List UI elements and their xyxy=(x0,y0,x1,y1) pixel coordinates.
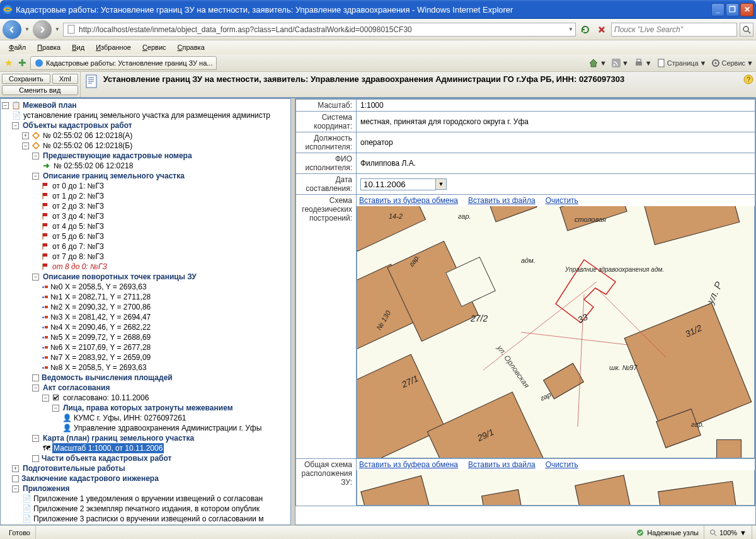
tree-toggle[interactable]: − xyxy=(52,405,59,412)
tree-item[interactable]: Описание границ земельного участка xyxy=(42,171,186,181)
tree-item[interactable]: №7 X = 2083,92, Y = 2659,09 xyxy=(49,352,152,362)
input-position[interactable] xyxy=(360,138,751,147)
link-insert-clipboard[interactable]: Вставить из буфера обмена xyxy=(359,196,458,205)
status-zoom[interactable]: 100% ▼ xyxy=(704,526,752,539)
tree-item[interactable]: Лица, права которых затронуты межеванием xyxy=(62,403,234,413)
tree-item[interactable]: установление границ земельного участка д… xyxy=(22,110,272,120)
search-input[interactable] xyxy=(612,25,736,34)
link-insert-file[interactable]: Вставить из файла xyxy=(468,196,536,205)
add-favorites-icon[interactable]: ✚ xyxy=(16,57,28,69)
browser-tab[interactable]: Кадастровые работы: Установление границ … xyxy=(30,56,217,70)
tree-item[interactable]: от 5 до 6: №ГЗ xyxy=(51,231,105,241)
tree-item[interactable]: от 4 до 5: №ГЗ xyxy=(51,221,105,231)
tree-toggle[interactable]: − xyxy=(2,102,9,109)
tree-item[interactable]: Акт согласования xyxy=(42,383,111,393)
tree-item[interactable]: №6 X = 2107,69, Y = 2677,28 xyxy=(49,342,152,352)
xml-button[interactable]: Xml xyxy=(52,74,78,84)
tree-toggle[interactable]: − xyxy=(12,122,19,129)
minimize-button[interactable]: _ xyxy=(711,3,724,16)
input-date[interactable] xyxy=(360,178,436,190)
print-button[interactable]: ▼ xyxy=(634,58,652,68)
tree-item[interactable]: Приложение 3 расписки о вручении извещен… xyxy=(32,514,265,524)
tree-toggle[interactable]: − xyxy=(32,435,39,442)
tree-toggle[interactable]: − xyxy=(12,485,19,492)
help-icon[interactable]: ? xyxy=(741,72,756,88)
tree-item[interactable]: №4 X = 2090,46, Y = 2682,22 xyxy=(49,322,152,332)
save-button[interactable]: Сохранить xyxy=(2,74,50,84)
date-picker-button[interactable]: ▼ xyxy=(435,178,447,190)
tree-item[interactable]: №5 X = 2099,72, Y = 2688,69 xyxy=(49,332,152,342)
feeds-button[interactable]: ▼ xyxy=(612,59,629,67)
tree-item[interactable]: от 7 до 8: №ГЗ xyxy=(51,252,105,262)
maximize-button[interactable]: ❐ xyxy=(726,3,739,16)
tree-item[interactable]: №8 X = 2058,5, Y = 2693,63 xyxy=(49,362,148,373)
tree-item[interactable]: Карта (план) границ земельного участка xyxy=(42,433,195,443)
stop-button[interactable] xyxy=(595,23,609,37)
tree-item[interactable]: от 6 до 7: №ГЗ xyxy=(51,241,105,252)
tree-item[interactable]: КУМС г. Уфы, ИНН: 0276097261 xyxy=(72,413,187,423)
tree-item[interactable]: Описание поворотных точек границы ЗУ xyxy=(42,272,198,282)
tree-toggle[interactable]: + xyxy=(22,132,29,139)
tree-toggle[interactable]: − xyxy=(22,142,29,149)
link-insert-file-2[interactable]: Вставить из файла xyxy=(468,460,536,469)
page-button[interactable]: Страница ▼ xyxy=(657,59,707,67)
menu-edit[interactable]: Правка xyxy=(32,42,66,52)
tree-item[interactable]: №2 X = 2090,32, Y = 2700,86 xyxy=(49,302,152,312)
tree-toggle[interactable]: − xyxy=(32,173,39,180)
nav-forward-dropdown[interactable]: ▼ xyxy=(54,26,60,32)
tree-item[interactable]: № 02:55:02 06 12:0218 xyxy=(52,161,134,171)
link-clear[interactable]: Очистить xyxy=(546,196,578,205)
tree-root[interactable]: Межевой план xyxy=(21,100,78,110)
tree-item[interactable]: от 0 до 1: №ГЗ xyxy=(51,181,105,191)
menu-view[interactable]: Вид xyxy=(67,42,89,52)
input-coords[interactable] xyxy=(360,117,751,126)
tree-item[interactable]: Приложение 2 экземпляр печатного издания… xyxy=(32,504,261,514)
address-dropdown[interactable]: ▼ xyxy=(568,26,574,32)
tree-toggle[interactable]: − xyxy=(42,395,49,402)
tree-toggle[interactable]: − xyxy=(32,385,39,391)
menu-tools[interactable]: Сервис xyxy=(137,42,171,52)
search-box[interactable] xyxy=(611,23,737,37)
tree-item[interactable]: Ведомость вычисления площадей xyxy=(40,373,174,383)
tree-item[interactable]: Подготовительные работы xyxy=(21,463,127,473)
checkbox-icon[interactable] xyxy=(32,455,39,462)
tree-item[interactable]: № 02:55:02 06 12:0218(А) xyxy=(42,130,134,141)
tree-item[interactable]: Объекты кадастровых работ xyxy=(21,120,134,130)
menu-help[interactable]: Справка xyxy=(173,42,210,52)
tree-toggle[interactable]: − xyxy=(32,274,39,281)
nav-back-button[interactable] xyxy=(3,20,21,39)
tree-item[interactable]: Приложение 1 уведомления о вручении изве… xyxy=(32,494,264,504)
favorites-star-icon[interactable]: ★ xyxy=(3,57,14,69)
address-bar[interactable]: http://localhost/estate/inmeta/object_da… xyxy=(63,23,576,37)
tree-item[interactable]: №3 X = 2081,42, Y = 2694,47 xyxy=(49,312,152,322)
tree-item[interactable]: согласовано: 10.11.2006 xyxy=(62,393,150,403)
nav-forward-button[interactable] xyxy=(33,20,52,39)
tree-item[interactable]: Управление здравоохранения Администрации… xyxy=(72,423,263,433)
tree-item[interactable]: Заключение кадастрового инженера xyxy=(20,473,160,484)
home-button[interactable]: ▼ xyxy=(588,58,607,68)
tree-item[interactable]: Части объекта кадастровых работ xyxy=(40,453,173,463)
menu-file[interactable]: Файл xyxy=(4,42,31,52)
nav-back-dropdown[interactable]: ▼ xyxy=(24,26,30,32)
tree-item[interactable]: от 8 до 0: №ГЗ xyxy=(51,262,108,272)
tree-item-selected[interactable]: Масштаб 1:1000, от 10.11.2006 xyxy=(52,443,164,453)
tree-item[interactable]: от 2 до 3: №ГЗ xyxy=(51,201,105,211)
service-button[interactable]: Сервис ▼ xyxy=(711,59,753,67)
link-insert-clipboard-2[interactable]: Вставить из буфера обмена xyxy=(359,460,458,469)
close-button[interactable]: ✕ xyxy=(740,3,753,16)
tree-item[interactable]: Приложения xyxy=(21,484,71,494)
input-name[interactable] xyxy=(360,159,751,168)
menu-favorites[interactable]: Избранное xyxy=(91,42,136,52)
tree-item[interactable]: № 02:55:02 06 12:0218(Б) xyxy=(42,141,134,151)
tree-item[interactable]: №1 X = 2082,71, Y = 2711,28 xyxy=(49,292,152,302)
tree-toggle[interactable]: − xyxy=(32,153,39,159)
change-view-button[interactable]: Сменить вид xyxy=(2,85,78,95)
link-clear-2[interactable]: Очистить xyxy=(546,460,578,469)
checkbox-icon[interactable] xyxy=(32,374,39,381)
tree-item[interactable]: №0 X = 2058,5, Y = 2693,63 xyxy=(49,282,148,292)
refresh-button[interactable] xyxy=(578,23,592,37)
input-scale[interactable] xyxy=(360,101,751,110)
tree-item[interactable]: Предшествующие кадастровые номера xyxy=(42,151,193,161)
tree-item[interactable]: от 1 до 2: №ГЗ xyxy=(51,191,105,201)
tree-toggle[interactable]: + xyxy=(12,465,19,472)
